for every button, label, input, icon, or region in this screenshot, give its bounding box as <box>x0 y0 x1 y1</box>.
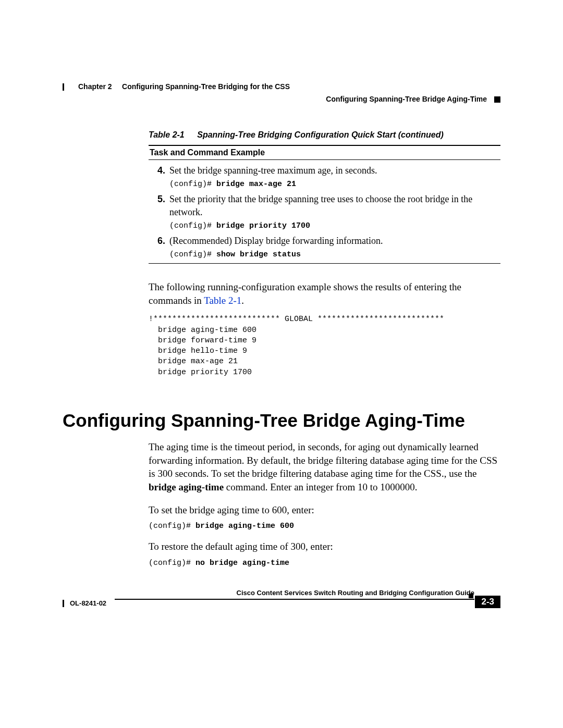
cmd-prompt: (config)# <box>169 180 216 189</box>
footer-bar <box>63 600 64 607</box>
table-ref-link[interactable]: Table 2-1 <box>204 295 241 306</box>
paragraph: To set the bridge aging time to 600, ent… <box>149 503 500 517</box>
table-row: 6. (Recommended) Display bridge forwardi… <box>149 235 500 247</box>
table-body: 4. Set the bridge spanning-tree maximum … <box>149 164 500 264</box>
header-marker-icon <box>494 96 500 103</box>
header-bar <box>63 83 64 91</box>
para-text: . <box>241 295 244 306</box>
step-number: 4. <box>149 164 169 177</box>
para-text: The following running-configuration exam… <box>149 281 461 306</box>
step-number: 6. <box>149 235 169 247</box>
footer-doc-id: OL-8241-02 <box>70 599 106 607</box>
footer-rule <box>115 599 474 600</box>
paragraph: The aging time is the timeout period, in… <box>149 440 500 494</box>
command-line: (config)# bridge aging-time 600 <box>149 522 500 530</box>
table-caption-label: Table 2-1 <box>149 130 185 139</box>
footer-row: OL-8241-02 2-3 <box>63 599 500 611</box>
step-text: Set the bridge spanning-tree maximum age… <box>169 164 500 177</box>
main-content: Table 2-1 Spanning-Tree Bridging Configu… <box>149 130 500 567</box>
para-text: command. Enter an integer from 10 to 100… <box>224 482 417 492</box>
cmd-text: bridge priority 1700 <box>216 221 310 230</box>
inline-command: bridge aging-time <box>149 482 224 492</box>
code-block: !*************************** GLOBAL ****… <box>149 314 500 378</box>
step-command: (config)# bridge max-age 21 <box>169 180 500 189</box>
chapter-label: Chapter 2 <box>78 82 112 91</box>
cmd-text: show bridge status <box>216 250 301 259</box>
cmd-text: bridge aging-time 600 <box>195 522 294 530</box>
cmd-text: bridge max-age 21 <box>216 180 296 189</box>
cmd-text: no bridge aging-time <box>195 559 289 567</box>
page-footer: Cisco Content Services Switch Routing an… <box>63 589 500 611</box>
para-text: The aging time is the timeout period, in… <box>149 441 497 479</box>
command-line: (config)# no bridge aging-time <box>149 559 500 567</box>
cmd-prompt: (config)# <box>169 250 216 259</box>
cmd-prompt: (config)# <box>149 522 195 530</box>
page-content: Chapter 2 Configuring Spanning-Tree Brid… <box>63 83 500 567</box>
chapter-heading: Chapter 2 Configuring Spanning-Tree Brid… <box>78 82 290 91</box>
table-header: Task and Command Example <box>149 145 500 160</box>
cmd-prompt: (config)# <box>169 221 216 230</box>
section-heading: Configuring Spanning-Tree Bridge Aging-T… <box>326 95 500 103</box>
page-number: 2-3 <box>475 596 500 608</box>
table-row: 5. Set the priority that the bridge span… <box>149 193 500 218</box>
chapter-title: Configuring Spanning-Tree Bridging for t… <box>122 82 290 91</box>
table-caption: Table 2-1 Spanning-Tree Bridging Configu… <box>149 130 500 140</box>
step-command: (config)# show bridge status <box>169 250 500 259</box>
table-row: 4. Set the bridge spanning-tree maximum … <box>149 164 500 177</box>
paragraph: To restore the default aging time of 300… <box>149 540 500 553</box>
footer-guide-title: Cisco Content Services Switch Routing an… <box>63 589 474 597</box>
section-h1: Configuring Spanning-Tree Bridge Aging-T… <box>63 410 500 431</box>
step-command: (config)# bridge priority 1700 <box>169 221 500 230</box>
footer-marker-icon <box>469 594 473 598</box>
table-caption-text: Spanning-Tree Bridging Configuration Qui… <box>197 130 444 139</box>
step-number: 5. <box>149 193 169 218</box>
paragraph: The following running-configuration exam… <box>149 280 500 307</box>
step-text: (Recommended) Display bridge forwarding … <box>169 235 500 247</box>
section-title: Configuring Spanning-Tree Bridge Aging-T… <box>326 95 487 103</box>
step-text: Set the priority that the bridge spannin… <box>169 193 500 218</box>
cmd-prompt: (config)# <box>149 559 195 567</box>
